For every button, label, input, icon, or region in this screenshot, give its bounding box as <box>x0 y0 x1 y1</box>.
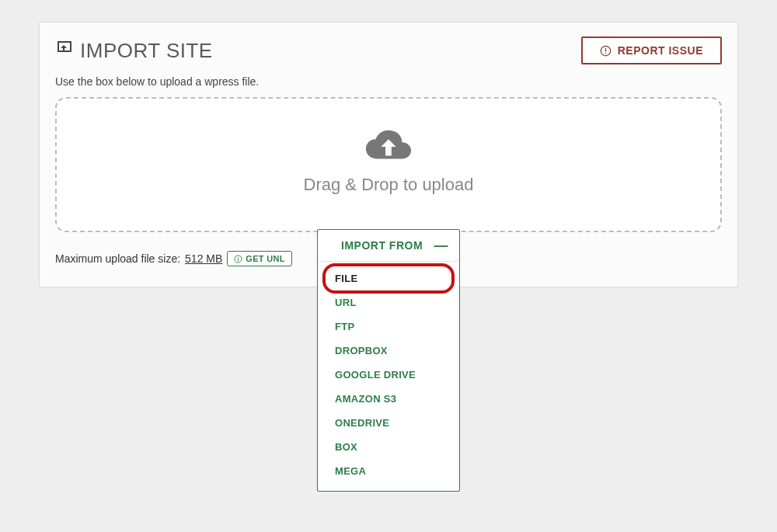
upload-dropzone[interactable]: Drag & Drop to upload <box>55 97 722 232</box>
highlight-ring <box>322 263 455 294</box>
panel-header: IMPORT SITE REPORT ISSUE <box>55 37 722 64</box>
import-from-toggle[interactable]: IMPORT FROM — <box>318 230 459 262</box>
alert-circle-icon <box>600 45 611 57</box>
import-option-google-drive[interactable]: GOOGLE DRIVE <box>318 363 459 387</box>
import-from-label: IMPORT FROM <box>341 239 423 252</box>
panel-title-text: IMPORT SITE <box>80 39 213 63</box>
svg-rect-4 <box>238 258 239 261</box>
info-circle-icon <box>234 255 242 263</box>
import-option-onedrive[interactable]: ONEDRIVE <box>318 411 459 435</box>
import-option-box[interactable]: BOX <box>318 435 459 459</box>
import-option-dropbox[interactable]: DROPBOX <box>318 339 459 363</box>
import-option-amazon-s3[interactable]: AMAZON S3 <box>318 387 459 411</box>
collapse-icon: — <box>434 240 449 251</box>
subtext: Use the box below to upload a wpress fil… <box>55 75 722 88</box>
import-from-menu: FILEURLFTPDROPBOXGOOGLE DRIVEAMAZON S3ON… <box>318 262 459 491</box>
svg-rect-5 <box>238 256 239 257</box>
report-issue-label: REPORT ISSUE <box>618 44 703 57</box>
get-unlimited-label: GET UNL <box>246 254 284 263</box>
svg-rect-1 <box>605 47 606 51</box>
import-from-dropdown: IMPORT FROM — FILEURLFTPDROPBOXGOOGLE DR… <box>317 229 460 492</box>
import-option-ftp[interactable]: FTP <box>318 315 459 339</box>
max-upload-label: Maximum upload file size: <box>55 252 180 265</box>
get-unlimited-button[interactable]: GET UNL <box>227 251 291 266</box>
cloud-upload-icon <box>364 153 413 166</box>
max-upload-size: 512 MB <box>185 252 222 265</box>
panel-title: IMPORT SITE <box>55 39 213 63</box>
import-option-url[interactable]: URL <box>318 290 459 315</box>
report-issue-button[interactable]: REPORT ISSUE <box>581 37 722 64</box>
svg-rect-2 <box>605 53 606 54</box>
import-option-mega[interactable]: MEGA <box>318 459 459 483</box>
dropzone-label: Drag & Drop to upload <box>57 175 720 195</box>
import-site-icon <box>55 39 74 63</box>
import-option-file[interactable]: FILE <box>318 266 459 290</box>
